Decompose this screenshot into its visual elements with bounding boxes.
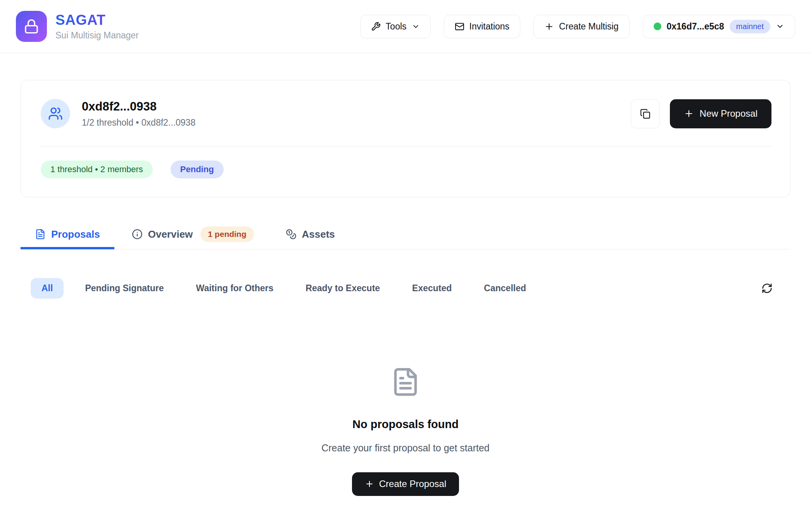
multisig-card: 0xd8f2...0938 1/2 threshold • 0xd8f2...0… [21,80,790,197]
multisig-card-actions: New Proposal [631,99,771,128]
tab-assets[interactable]: Assets [271,221,349,249]
empty-state-subtitle: Create your first proposal to get starte… [321,442,490,454]
network-badge: mainnet [730,20,770,33]
plus-icon [365,479,374,489]
wrench-icon [371,22,381,31]
multisig-card-header: 0xd8f2...0938 1/2 threshold • 0xd8f2...0… [41,99,771,128]
new-proposal-label: New Proposal [700,108,758,119]
empty-state-title: No proposals found [352,418,459,431]
card-divider [41,146,771,147]
app-title: SAGAT [55,12,139,29]
filter-pending-signature[interactable]: Pending Signature [74,278,174,299]
wallet-selector[interactable]: 0x16d7...e5c8 mainnet [643,15,795,38]
app-logo [16,11,47,42]
top-header: SAGAT Sui Multisig Manager Tools [0,0,811,53]
multisig-badges: 1 threshold • 2 members Pending [41,161,771,178]
tab-proposals[interactable]: Proposals [21,221,114,249]
create-proposal-label: Create Proposal [379,478,446,489]
proposal-filters: All Pending Signature Waiting for Others… [21,278,790,299]
tab-label: Proposals [51,228,100,240]
main-content: 0xd8f2...0938 1/2 threshold • 0xd8f2...0… [0,53,811,496]
app-subtitle: Sui Multisig Manager [55,30,139,41]
refresh-icon [761,283,773,294]
filter-waiting-for-others[interactable]: Waiting for Others [185,278,285,299]
file-text-icon [35,229,46,240]
plus-icon [544,22,554,31]
chevron-down-icon [412,22,420,31]
lock-icon [24,19,39,34]
online-status-dot [654,22,661,30]
wallet-address: 0x16d7...e5c8 [667,21,724,32]
filter-executed[interactable]: Executed [401,278,462,299]
create-multisig-button[interactable]: Create Multisig [533,15,629,38]
filter-cancelled[interactable]: Cancelled [473,278,537,299]
brand: SAGAT Sui Multisig Manager [16,11,139,42]
mail-icon [455,22,464,31]
tab-label: Assets [302,228,335,240]
copy-icon [640,109,651,119]
app-page: SAGAT Sui Multisig Manager Tools [0,0,811,532]
pending-count-badge: 1 pending [200,226,254,242]
filter-ready-to-execute[interactable]: Ready to Execute [295,278,391,299]
users-icon [48,106,63,121]
coins-icon [286,229,297,240]
multisig-name: 0xd8f2...0938 [82,100,195,114]
invitations-button[interactable]: Invitations [444,15,521,38]
document-icon [390,367,421,397]
refresh-button[interactable] [758,279,776,298]
plus-icon [684,109,694,119]
tools-label: Tools [386,21,407,32]
create-proposal-button[interactable]: Create Proposal [352,472,459,496]
tab-label: Overview [148,228,193,240]
info-icon [132,229,143,240]
tab-bar: Proposals Overview 1 pending Assets [21,221,790,249]
status-badge: Pending [171,161,224,178]
multisig-info: 0xd8f2...0938 1/2 threshold • 0xd8f2...0… [82,100,195,128]
multisig-details: 1/2 threshold • 0xd8f2...0938 [82,117,195,128]
empty-state: No proposals found Create your first pro… [21,367,790,496]
copy-address-button[interactable] [631,99,660,128]
filter-all[interactable]: All [31,278,64,299]
header-actions: Tools Invitations Create Multisig [360,15,795,38]
chevron-down-icon [776,22,784,31]
tools-button[interactable]: Tools [360,15,431,38]
multisig-avatar [41,99,70,128]
new-proposal-button[interactable]: New Proposal [670,99,771,128]
brand-text: SAGAT Sui Multisig Manager [55,12,139,41]
tab-overview[interactable]: Overview 1 pending [117,221,268,249]
invitations-label: Invitations [469,21,510,32]
membership-badge: 1 threshold • 2 members [41,161,153,178]
create-multisig-label: Create Multisig [559,21,618,32]
